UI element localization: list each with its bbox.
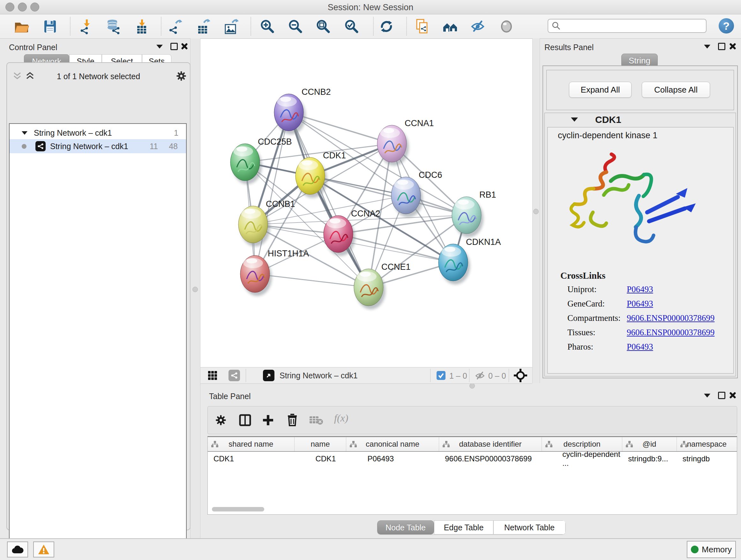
float-panel-icon[interactable] — [718, 43, 725, 50]
table-cell[interactable]: CDK1 — [208, 452, 294, 466]
column-header[interactable]: description — [542, 437, 622, 451]
collapse-all-button[interactable]: Collapse All — [642, 82, 710, 98]
column-header[interactable]: shared name — [208, 437, 294, 451]
splitter-handle[interactable] — [192, 287, 198, 292]
network-node[interactable]: CCNB2 — [274, 87, 331, 134]
crosslink-link[interactable]: P06493 — [627, 285, 653, 299]
tab-edge-table[interactable]: Edge Table — [434, 520, 493, 535]
table-cell[interactable]: cyclin-dependent ... — [542, 452, 622, 466]
column-header[interactable]: database identifier — [439, 437, 542, 451]
left-splitter[interactable] — [190, 38, 200, 538]
search-field[interactable] — [561, 21, 699, 30]
table-options-gear-icon[interactable] — [215, 415, 226, 426]
float-panel-icon[interactable] — [718, 392, 725, 399]
crosslink-label: Compartments: — [567, 313, 627, 327]
float-panel-icon[interactable] — [171, 43, 178, 50]
warnings-button[interactable] — [33, 542, 54, 557]
network-view-icon[interactable] — [228, 370, 240, 381]
zoom-out-button[interactable] — [287, 18, 304, 35]
table-row[interactable]: CDK1 CDK1 P06493 9606.ENSP00000378699 cy… — [208, 452, 737, 466]
crosslink-link[interactable]: 9606.ENSP00000378699 — [627, 313, 715, 327]
horizontal-splitter[interactable] — [200, 383, 741, 388]
clone-network-button[interactable] — [414, 18, 430, 35]
expand-all-button[interactable]: Expand All — [569, 82, 631, 98]
crosslink-link[interactable]: 9606.ENSP00000378699 — [627, 327, 715, 342]
network-node[interactable]: CDC6 — [391, 170, 442, 217]
refresh-button[interactable] — [378, 18, 395, 35]
column-type-icon — [349, 441, 357, 448]
close-panel-icon[interactable] — [729, 392, 736, 399]
network-row-selected[interactable]: String Network – cdk1 11 48 — [10, 139, 186, 153]
first-neighbors-button[interactable] — [442, 18, 459, 35]
open-session-button[interactable] — [13, 18, 30, 35]
show-columns-icon[interactable] — [239, 414, 251, 426]
column-header[interactable]: @id — [622, 437, 677, 451]
column-header[interactable]: namespace — [677, 437, 737, 451]
zoom-in-button[interactable] — [259, 18, 276, 35]
network-view-title: String Network – cdk1 — [280, 371, 358, 380]
node-label: CCNA2 — [351, 209, 381, 219]
selected-nodes-checkbox[interactable] — [436, 371, 446, 380]
export-image-button[interactable] — [223, 18, 239, 35]
collapse-panel-icon[interactable] — [704, 45, 711, 49]
help-button[interactable]: ? — [719, 18, 734, 34]
right-splitter[interactable] — [532, 38, 540, 383]
tab-node-table[interactable]: Node Table — [377, 520, 434, 535]
table-cell[interactable]: 9606.ENSP00000378699 — [439, 452, 542, 466]
zoom-selected-button[interactable] — [343, 18, 360, 35]
column-type-icon — [442, 441, 450, 448]
delete-column-icon[interactable] — [286, 414, 298, 426]
table-cell[interactable]: P06493 — [346, 452, 439, 466]
network-node[interactable]: CCNA1 — [377, 118, 434, 166]
network-node[interactable]: RB1 — [452, 190, 496, 237]
toolbar-separator — [406, 17, 407, 36]
network-node[interactable]: CDKN1A — [439, 237, 501, 285]
crosslink-link[interactable]: P06493 — [627, 299, 653, 313]
birds-eye-view-icon[interactable] — [263, 370, 274, 381]
save-session-button[interactable] — [42, 18, 58, 35]
selected-counts: 1 – 0 — [449, 371, 467, 381]
table-cell[interactable]: CDK1 — [294, 452, 346, 466]
column-header[interactable]: name — [294, 437, 347, 451]
network-node[interactable]: HIST1H1A — [240, 249, 309, 296]
network-collection-row[interactable]: String Network – cdk1 1 — [10, 126, 186, 139]
toolbar-separator — [373, 17, 374, 36]
import-table-button[interactable] — [133, 18, 150, 35]
grid-view-icon[interactable] — [207, 370, 218, 381]
hide-selected-button[interactable] — [469, 18, 486, 35]
gene-expander-icon[interactable] — [571, 118, 578, 122]
network-node[interactable]: CCNE1 — [354, 262, 411, 309]
close-panel-icon[interactable] — [729, 43, 736, 50]
title-bar: Session: New Session — [0, 0, 741, 14]
search-input[interactable] — [548, 19, 706, 33]
show-all-button[interactable] — [498, 18, 515, 35]
export-network-button[interactable] — [167, 18, 184, 35]
export-table-button[interactable] — [195, 18, 212, 35]
network-edge[interactable] — [289, 112, 368, 287]
string-network-graph[interactable]: CCNB2CCNA1CDC25BCDK1CDC6RB1CCNB1CCNA2CDK… — [200, 39, 532, 367]
crosslink-link[interactable]: P06493 — [627, 342, 653, 356]
splitter-handle[interactable] — [533, 209, 539, 214]
center-view-icon[interactable] — [514, 369, 527, 382]
network-edge[interactable] — [255, 274, 368, 287]
column-header[interactable]: canonical name — [346, 437, 439, 451]
network-node[interactable]: CCNA2 — [324, 209, 381, 256]
horizontal-scrollbar[interactable] — [212, 507, 264, 511]
import-database-button[interactable] — [105, 18, 121, 35]
close-panel-icon[interactable] — [181, 43, 188, 50]
zoom-fit-button[interactable] — [315, 18, 332, 35]
collapse-panel-icon[interactable] — [704, 394, 711, 397]
memory-button[interactable]: Memory — [687, 541, 736, 558]
node-table: shared name name canonical name database… — [207, 436, 737, 515]
table-cell[interactable]: stringdb:9... — [622, 452, 677, 466]
table-cell[interactable]: stringdb — [677, 452, 737, 466]
cloud-status-button[interactable] — [7, 542, 28, 557]
network-options-gear-icon[interactable] — [176, 71, 186, 81]
tab-network-table[interactable]: Network Table — [493, 520, 565, 535]
network-node[interactable]: CDC25B — [230, 137, 292, 184]
network-canvas[interactable]: CCNB2CCNA1CDC25BCDK1CDC6RB1CCNB1CCNA2CDK… — [200, 39, 532, 367]
import-network-button[interactable] — [78, 18, 95, 35]
tree-expander-icon[interactable] — [22, 131, 27, 135]
collapse-panel-icon[interactable] — [156, 45, 163, 49]
create-column-icon[interactable] — [262, 414, 274, 426]
